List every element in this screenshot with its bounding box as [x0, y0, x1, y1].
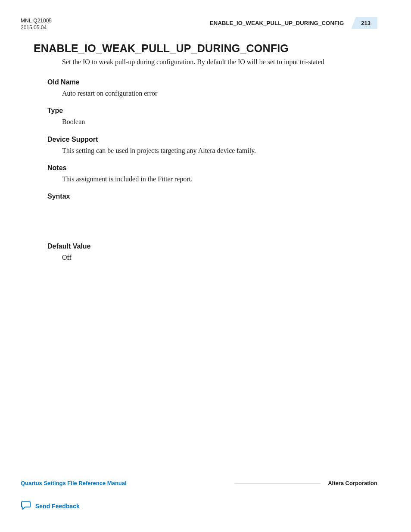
footer-separator: [134, 483, 321, 483]
section-body: Auto restart on configuration error: [62, 89, 377, 98]
section-heading: Old Name: [47, 78, 377, 86]
section-body: Off: [62, 253, 377, 262]
send-feedback-link[interactable]: Send Feedback: [21, 501, 80, 511]
header-left: MNL-Q21005 2015.05.04: [21, 17, 52, 31]
section-heading: Syntax: [47, 193, 377, 200]
page-header: MNL-Q21005 2015.05.04 ENABLE_IO_WEAK_PUL…: [21, 17, 377, 31]
manual-name-link[interactable]: Quartus Settings File Reference Manual: [21, 480, 127, 486]
doc-date: 2015.05.04: [21, 24, 52, 31]
section-heading: Notes: [47, 164, 377, 172]
syntax-empty-body: [47, 203, 377, 234]
intro-text: Set the IO to weak pull-up during config…: [62, 57, 377, 67]
section-heading: Type: [47, 107, 377, 115]
section-heading: Device Support: [47, 136, 377, 143]
section-body: This assignment is included in the Fitte…: [62, 174, 377, 184]
section-body: Boolean: [62, 117, 377, 127]
section-old-name: Old Name Auto restart on configuration e…: [47, 78, 377, 98]
doc-id: MNL-Q21005: [21, 17, 52, 24]
speech-bubble-icon: [21, 501, 31, 511]
header-right: ENABLE_IO_WEAK_PULL_UP_DURING_CONFIG 213: [210, 17, 377, 29]
feedback-label: Send Feedback: [35, 503, 80, 510]
company-name: Altera Corporation: [328, 480, 377, 486]
running-title: ENABLE_IO_WEAK_PULL_UP_DURING_CONFIG: [210, 20, 350, 26]
page-title: ENABLE_IO_WEAK_PULL_UP_DURING_CONFIG: [34, 42, 377, 55]
section-default-value: Default Value Off: [47, 243, 377, 262]
section-notes: Notes This assignment is included in the…: [47, 164, 377, 184]
section-device-support: Device Support This setting can be used …: [47, 136, 377, 156]
section-heading: Default Value: [47, 243, 377, 250]
page-number-badge: 213: [350, 17, 377, 29]
page-footer: Quartus Settings File Reference Manual A…: [21, 480, 377, 486]
section-body: This setting can be used in projects tar…: [62, 146, 377, 156]
section-type: Type Boolean: [47, 107, 377, 127]
section-syntax: Syntax: [47, 193, 377, 234]
